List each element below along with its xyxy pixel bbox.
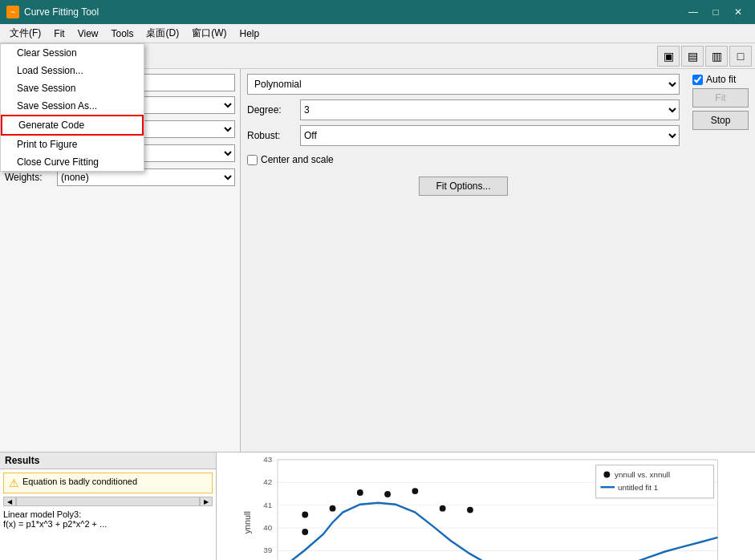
svg-text:ynnull: ynnull — [242, 511, 252, 534]
menu-help[interactable]: Help — [233, 26, 266, 41]
menu-clear-session[interactable]: Clear Session — [1, 44, 144, 62]
weights-label: Weights: — [5, 172, 57, 183]
menu-tools[interactable]: Tools — [104, 26, 140, 41]
minimize-button[interactable]: — — [683, 4, 704, 20]
center-scale-label: Center and scale — [261, 154, 334, 165]
results-chart-area: Results ⚠ Equation is badly conditioned … — [0, 452, 755, 560]
model-line1: Linear model Poly3: f(x) = p1*x^3 + p2*x… — [3, 509, 213, 529]
fit-controls-row: Polynomial Degree: 3 Robust: Off — [247, 74, 749, 196]
warning-icon: ⚠ — [9, 477, 19, 489]
center-scale-checkbox[interactable] — [247, 155, 258, 165]
center-scale-row: Center and scale — [247, 154, 680, 165]
app-icon: ~ — [6, 6, 19, 18]
svg-text:42: 42 — [263, 477, 272, 486]
results-title: Results — [0, 452, 216, 469]
right-area: Polynomial Degree: 3 Robust: Off — [241, 69, 755, 452]
scroll-track[interactable] — [16, 497, 200, 506]
scatter-point — [467, 507, 473, 513]
svg-text:ynnull vs. xnnull: ynnull vs. xnnull — [615, 470, 670, 479]
degree-row: Degree: 3 — [247, 99, 680, 120]
scatter-point — [330, 505, 336, 512]
file-dropdown: Clear Session Load Session... Save Sessi… — [0, 43, 144, 172]
degree-label: Degree: — [247, 104, 295, 116]
chart-svg: 43 42 41 40 39 38 37 ynnull 2004 2006 20… — [220, 456, 752, 560]
toolbar-layout2-icon[interactable]: ▤ — [681, 46, 704, 67]
menu-load-session[interactable]: Load Session... — [1, 62, 144, 79]
auto-fit-label: Auto fit — [706, 74, 736, 85]
scatter-point — [440, 505, 446, 512]
robust-row: Robust: Off — [247, 125, 680, 146]
menu-file[interactable]: 文件(F) — [3, 25, 47, 42]
toolbar-layout3-icon[interactable]: ▥ — [705, 46, 728, 67]
stop-button[interactable]: Stop — [692, 111, 749, 130]
scroll-right-button[interactable]: ▶ — [200, 497, 213, 506]
scatter-point — [302, 512, 308, 518]
robust-select[interactable]: Off — [300, 125, 680, 146]
menu-fit[interactable]: Fit — [47, 26, 71, 41]
action-buttons: Auto fit Fit Stop — [686, 74, 749, 196]
toolbar-layout4-icon[interactable]: □ — [729, 46, 752, 67]
maximize-button[interactable]: □ — [705, 4, 726, 20]
menu-bar: 文件(F) Fit View Tools 桌面(D) 窗口(W) Help Cl… — [0, 24, 755, 43]
auto-fit-checkbox[interactable] — [692, 75, 703, 85]
fit-type-select[interactable]: Polynomial — [247, 74, 680, 95]
fit-type-row: Polynomial — [247, 74, 680, 95]
chart-area: 43 42 41 40 39 38 37 ynnull 2004 2006 20… — [217, 452, 755, 560]
menu-save-session[interactable]: Save Session — [1, 79, 144, 97]
results-scrollbar: ◀ ▶ — [3, 497, 213, 506]
svg-point-24 — [603, 472, 610, 478]
scroll-left-button[interactable]: ◀ — [3, 497, 16, 506]
scatter-point — [384, 491, 391, 497]
menu-save-session-as[interactable]: Save Session As... — [1, 97, 144, 115]
menu-desktop[interactable]: 桌面(D) — [140, 25, 185, 42]
svg-text:41: 41 — [263, 501, 272, 509]
toolbar-right-buttons: ▣ ▤ ▥ □ — [657, 46, 752, 67]
fit-options-row: Fit Options... — [247, 177, 680, 196]
menu-generate-code[interactable]: Generate Code — [1, 115, 144, 136]
scatter-point — [357, 489, 363, 496]
model-text-1: Linear model Poly3: — [3, 509, 213, 519]
model-text-2: f(x) = p1*x^3 + p2*x^2 + ... — [3, 519, 213, 529]
scatter-point — [412, 488, 418, 494]
menu-print-figure[interactable]: Print to Figure — [1, 136, 144, 153]
menu-window[interactable]: 窗口(W) — [185, 25, 233, 42]
fit-settings: Polynomial Degree: 3 Robust: Off — [247, 74, 680, 196]
svg-text:39: 39 — [263, 546, 272, 554]
warning-box: ⚠ Equation is badly conditioned — [3, 473, 213, 493]
window-title: Curve Fitting Tool — [24, 6, 99, 18]
robust-label: Robust: — [247, 130, 295, 141]
svg-text:43: 43 — [263, 456, 272, 464]
fit-button[interactable]: Fit — [692, 88, 749, 108]
menu-close-curve-fitting[interactable]: Close Curve Fitting — [1, 153, 144, 171]
menu-view[interactable]: View — [71, 26, 105, 41]
degree-select[interactable]: 3 — [300, 99, 680, 120]
title-bar: ~ Curve Fitting Tool — □ ✕ — [0, 0, 755, 24]
scatter-point — [302, 529, 308, 535]
svg-text:untitled fit 1: untitled fit 1 — [618, 483, 658, 492]
warning-text: Equation is badly conditioned — [22, 477, 137, 486]
close-button[interactable]: ✕ — [728, 4, 749, 20]
results-content: ⚠ Equation is badly conditioned ◀ ▶ Line… — [0, 469, 216, 560]
results-panel: Results ⚠ Equation is badly conditioned … — [0, 452, 217, 560]
window-controls: — □ ✕ — [683, 4, 749, 20]
svg-text:40: 40 — [263, 523, 272, 532]
auto-fit-row: Auto fit — [692, 74, 749, 85]
fit-options-button[interactable]: Fit Options... — [419, 177, 507, 196]
toolbar-layout1-icon[interactable]: ▣ — [657, 46, 680, 67]
